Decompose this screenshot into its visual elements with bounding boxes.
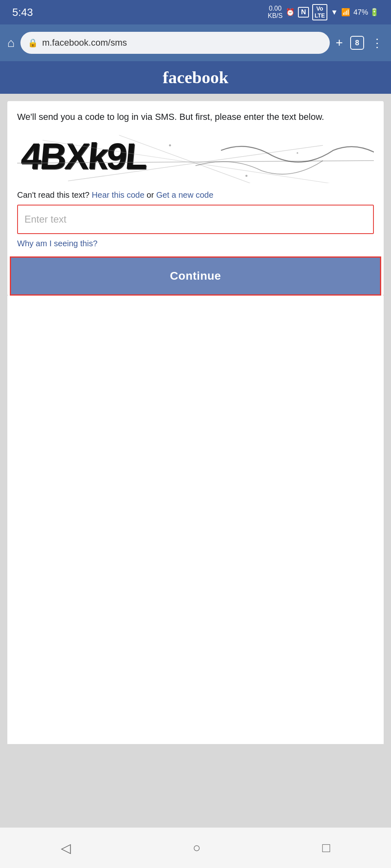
browser-bar: ⌂ 🔒 m.facebook.com/sms + 8 ⋮: [0, 24, 391, 61]
address-bar[interactable]: 🔒 m.facebook.com/sms: [20, 32, 330, 54]
bottom-navigation: ◁ ○ □: [0, 827, 391, 868]
page-content: We'll send you a code to log in via SMS.…: [0, 94, 391, 868]
captcha-text-display: 4BXk9L: [19, 135, 148, 177]
cant-read-text: Can't read this text?: [17, 190, 89, 199]
status-bar: 5:43 0.00KB/S ⏰ N VoLTE ▼ 📶 47% 🔋: [0, 0, 391, 24]
cant-read-row: Can't read this text? Hear this code or …: [17, 190, 374, 200]
tab-count-badge[interactable]: 8: [350, 36, 364, 50]
captcha-text-input[interactable]: [18, 205, 373, 233]
volte-icon: VoLTE: [312, 4, 327, 20]
facebook-logo: facebook: [163, 68, 229, 87]
facebook-header: facebook: [0, 61, 391, 94]
battery-icon: 🔋: [370, 8, 379, 17]
battery-percent: 47%: [353, 8, 368, 17]
why-seeing-link[interactable]: Why am I seeing this?: [17, 239, 374, 256]
wifi-icon: ▼: [331, 8, 338, 17]
browser-actions: + 8 ⋮: [335, 36, 384, 50]
menu-button[interactable]: ⋮: [371, 36, 384, 50]
captcha-image: 4BXk9L: [17, 130, 374, 183]
continue-button[interactable]: Continue: [11, 258, 380, 294]
new-code-link[interactable]: Get a new code: [156, 190, 213, 199]
empty-content-area: [7, 296, 384, 744]
hear-code-link[interactable]: Hear this code: [92, 190, 144, 199]
status-icons: 0.00KB/S ⏰ N VoLTE ▼ 📶 47% 🔋: [268, 4, 379, 20]
svg-point-5: [245, 175, 247, 177]
continue-button-wrapper: Continue: [10, 256, 381, 296]
svg-point-4: [169, 144, 171, 146]
lock-icon: 🔒: [28, 38, 38, 48]
new-tab-button[interactable]: +: [335, 36, 343, 50]
page-description: We'll send you a code to log in via SMS.…: [17, 111, 374, 124]
signal-icon: 📶: [341, 8, 350, 17]
recent-apps-button[interactable]: □: [322, 840, 330, 855]
back-button[interactable]: ◁: [61, 840, 71, 856]
home-button[interactable]: ⌂: [7, 36, 15, 50]
captcha-input-wrapper: [17, 205, 374, 234]
network-speed: 0.00KB/S: [268, 5, 282, 19]
nfc-icon: N: [298, 7, 309, 18]
alarm-icon: ⏰: [286, 8, 295, 17]
home-nav-button[interactable]: ○: [193, 840, 200, 855]
svg-point-6: [297, 152, 298, 154]
status-time: 5:43: [12, 6, 33, 19]
captcha-card: We'll send you a code to log in via SMS.…: [7, 101, 384, 296]
or-text: or: [147, 190, 156, 199]
browser-url: m.facebook.com/sms: [42, 38, 127, 48]
battery-block: 47% 🔋: [353, 8, 379, 17]
